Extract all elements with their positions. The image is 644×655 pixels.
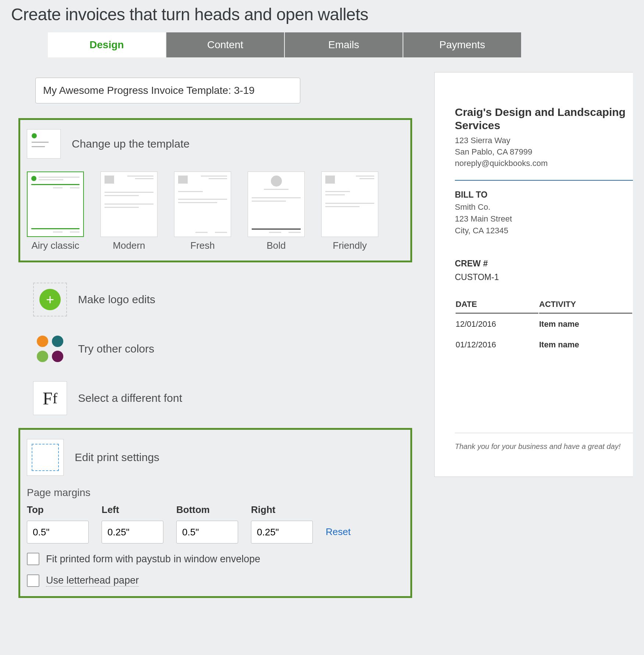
tab-design[interactable]: Design [48,32,166,57]
logo-label: Make logo edits [78,293,155,306]
col-date: DATE [456,300,538,314]
swatch-4 [52,351,63,362]
table-row: 01/12/2016 Item name [456,335,632,355]
section-colors[interactable]: Try other colors [33,332,412,366]
tab-content[interactable]: Content [166,32,284,57]
fit-envelope-label: Fit printed form with paystub in window … [46,553,260,565]
crew-value: CUSTOM-1 [455,272,633,282]
margin-bottom-label: Bottom [176,504,238,516]
template-label: Modern [113,240,145,251]
template-name-input[interactable] [35,78,300,103]
template-airy-classic[interactable]: Airy classic [27,171,84,251]
preview-thanks: Thank you for your business and have a g… [455,433,633,451]
page-margins-label: Page margins [27,487,404,499]
margin-bottom-input[interactable] [176,521,238,544]
crew-label: CREW # [455,259,633,269]
fit-envelope-checkbox[interactable] [27,553,39,565]
template-modern[interactable]: Modern [100,171,158,251]
template-label: Airy classic [31,240,79,251]
swatch-1 [37,336,48,347]
section-change-template: Change up the template Airy classic Mode [18,118,412,262]
swatch-3 [37,351,48,362]
margin-left-label: Left [102,504,163,516]
reset-margins-link[interactable]: Reset [326,526,351,544]
margin-left-input[interactable] [102,521,163,544]
template-page-icon [27,129,61,159]
template-fresh[interactable]: Fresh [174,171,231,251]
col-activity: ACTIVITY [539,300,632,314]
template-bold[interactable]: Bold [248,171,305,251]
margin-top-label: Top [27,504,89,516]
section-print-settings: Edit print settings Page margins Top Lef… [18,428,412,598]
margin-top-input[interactable] [27,521,89,544]
table-row: 12/01/2016 Item name [456,314,632,334]
margin-right-input[interactable] [251,521,313,544]
page-title: Create invoices that turn heads and open… [0,0,644,32]
print-margins-icon [27,439,64,476]
color-swatches-icon [33,332,67,366]
bill-to-label: BILL TO [455,190,633,200]
template-label: Bold [266,240,286,251]
tab-payments[interactable]: Payments [403,32,521,57]
preview-divider [455,180,633,181]
change-template-label: Change up the template [72,138,190,150]
section-font[interactable]: Ff Select a different font [33,381,412,415]
section-logo[interactable]: + Make logo edits [33,283,412,316]
letterhead-label: Use letterhead paper [46,575,139,587]
print-label: Edit print settings [75,451,159,464]
add-logo-icon[interactable]: + [33,283,67,316]
swatch-2 [52,336,63,347]
font-icon: Ff [33,381,67,415]
letterhead-checkbox[interactable] [27,574,39,587]
preview-address: 123 Sierra Way San Pablo, CA 87999 norep… [455,135,633,169]
template-label: Fresh [190,240,215,251]
preview-table: DATE ACTIVITY 12/01/2016 Item name 01/12… [455,299,633,355]
preview-company-name: Craig's Design and Landscaping Services [455,106,633,132]
tab-emails[interactable]: Emails [285,32,403,57]
font-label: Select a different font [78,392,182,404]
tabs: Design Content Emails Payments [48,32,644,57]
template-label: Friendly [333,240,367,251]
bill-to-body: Smith Co. 123 Main Street City, CA 12345 [455,201,633,237]
colors-label: Try other colors [78,343,154,355]
template-friendly[interactable]: Friendly [321,171,378,251]
invoice-preview: Craig's Design and Landscaping Services … [434,72,633,477]
margin-right-label: Right [251,504,313,516]
